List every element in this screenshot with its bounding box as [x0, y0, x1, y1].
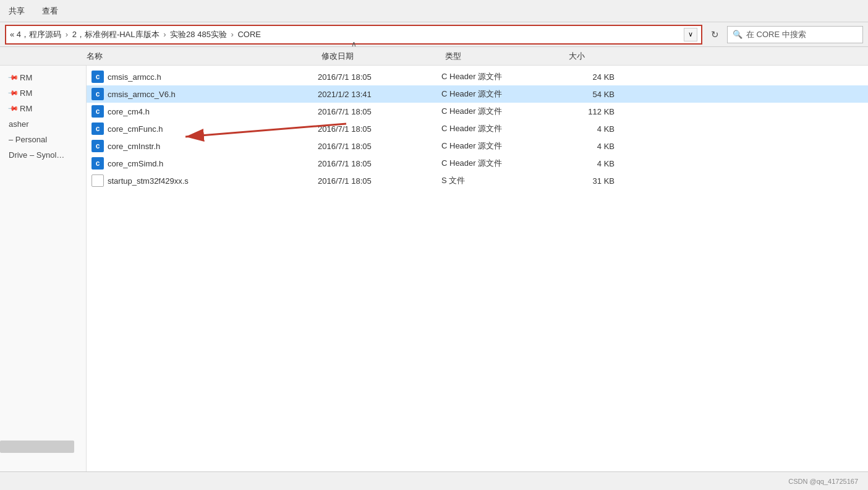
breadcrumb-sep2: › — [163, 30, 168, 39]
sidebar-item-label: Drive – Synol… — [9, 150, 64, 160]
file-size: 112 KB — [565, 107, 627, 116]
file-type: C Header 源文件 — [441, 88, 565, 100]
sidebar-item-label: RM — [20, 88, 32, 98]
file-icon: c — [91, 157, 104, 170]
sidebar-item-label: – Personal — [9, 135, 47, 144]
breadcrumb-part4: CORE — [237, 30, 261, 39]
file-type: C Header 源文件 — [441, 158, 565, 169]
file-date: 2021/1/2 13:41 — [318, 90, 441, 99]
address-row: « 4，程序源码 › 2，标准例程-HAL库版本 › 实验28 485实验 › … — [0, 22, 868, 47]
file-icon: c — [91, 88, 104, 100]
address-dropdown-button[interactable]: ∨ — [684, 28, 697, 41]
file-size: 24 KB — [565, 72, 627, 82]
file-icon: c — [91, 140, 104, 152]
table-row[interactable]: ccmsis_armcc.h2016/7/1 18:05C Header 源文件… — [87, 68, 868, 85]
table-row[interactable]: ccore_cmSimd.h2016/7/1 18:05C Header 源文件… — [87, 155, 868, 172]
sidebar: 📌 RM 📌 RM 📌 RM asher – Personal Drive – … — [0, 66, 87, 471]
col-header-date[interactable]: 修改日期 — [321, 51, 445, 62]
file-date: 2016/7/1 18:05 — [318, 142, 441, 151]
table-row[interactable]: startup_stm32f429xx.s2016/7/1 18:05S 文件3… — [87, 172, 868, 189]
file-size: 54 KB — [565, 90, 627, 99]
table-row[interactable]: ccore_cmFunc.h2016/7/1 18:05C Header 源文件… — [87, 120, 868, 137]
sidebar-item-label: RM — [20, 73, 32, 82]
address-bar-text: « 4，程序源码 › 2，标准例程-HAL库版本 › 实验28 485实验 › … — [10, 29, 681, 40]
table-row[interactable]: ccore_cmInstr.h2016/7/1 18:05C Header 源文… — [87, 137, 868, 155]
file-type: C Header 源文件 — [441, 71, 565, 82]
table-row[interactable]: ccmsis_armcc_V6.h2021/1/2 13:41C Header … — [87, 85, 868, 103]
pin-icon: 📌 — [7, 87, 19, 99]
breadcrumb-sep3: › — [231, 30, 236, 39]
sidebar-item-rm1[interactable]: 📌 RM — [0, 71, 86, 85]
file-date: 2016/7/1 18:05 — [318, 72, 441, 82]
chevron-up-icon: ∧ — [351, 40, 357, 48]
file-date: 2016/7/1 18:05 — [318, 107, 441, 116]
sidebar-item-asher[interactable]: asher — [0, 117, 86, 131]
file-icon: c — [91, 71, 104, 83]
breadcrumb-part3: 实验28 485实验 — [170, 30, 227, 39]
breadcrumb-part2: 2，标准例程-HAL库版本 — [72, 30, 160, 39]
toolbar: 共享 查看 — [0, 0, 868, 22]
sidebar-item-label: RM — [20, 104, 32, 113]
file-size: 4 KB — [565, 124, 627, 134]
file-type: C Header 源文件 — [441, 106, 565, 117]
file-name: cmsis_armcc.h — [108, 72, 318, 82]
file-list: ccmsis_armcc.h2016/7/1 18:05C Header 源文件… — [87, 66, 868, 471]
search-icon: 🔍 — [733, 30, 742, 39]
address-bar[interactable]: « 4，程序源码 › 2，标准例程-HAL库版本 › 实验28 485实验 › … — [5, 25, 702, 45]
watermark-text: CSDN @qq_41725167 — [788, 478, 858, 485]
file-type: C Header 源文件 — [441, 140, 565, 152]
file-size: 4 KB — [565, 159, 627, 168]
sidebar-item-label: asher — [9, 119, 29, 129]
search-box[interactable]: 🔍 在 CORE 中搜索 — [727, 26, 863, 43]
file-date: 2016/7/1 18:05 — [318, 124, 441, 134]
file-name: core_cmInstr.h — [108, 142, 318, 151]
file-name: core_cmSimd.h — [108, 159, 318, 168]
sidebar-item-drive[interactable]: Drive – Synol… — [0, 148, 86, 162]
col-header-type[interactable]: 类型 — [445, 51, 569, 62]
file-icon: c — [91, 123, 104, 135]
col-header-size[interactable]: 大小 — [569, 51, 631, 62]
sidebar-item-rm2[interactable]: 📌 RM — [0, 86, 86, 100]
file-date: 2016/7/1 18:05 — [318, 176, 441, 186]
file-size: 4 KB — [565, 142, 627, 151]
sidebar-item-rm3[interactable]: 📌 RM — [0, 101, 86, 116]
share-button[interactable]: 共享 — [5, 4, 28, 18]
search-input[interactable]: 在 CORE 中搜索 — [746, 29, 806, 40]
refresh-icon: ↻ — [711, 29, 719, 40]
file-name: core_cm4.h — [108, 107, 318, 116]
file-type: S 文件 — [441, 175, 565, 186]
file-icon — [91, 174, 104, 187]
breadcrumb-sep1: › — [66, 30, 70, 39]
breadcrumb-part1: « 4，程序源码 — [10, 30, 61, 39]
col-header-name[interactable]: 名称 — [87, 51, 321, 62]
sidebar-item-personal[interactable]: – Personal — [0, 132, 86, 147]
file-date: 2016/7/1 18:05 — [318, 159, 441, 168]
scrollbar-thumb[interactable] — [0, 441, 74, 453]
table-row[interactable]: ccore_cm4.h2016/7/1 18:05C Header 源文件112… — [87, 103, 868, 120]
pin-icon: 📌 — [7, 72, 19, 84]
main-area: 📌 RM 📌 RM 📌 RM asher – Personal Drive – … — [0, 66, 868, 471]
file-name: cmsis_armcc_V6.h — [108, 90, 318, 99]
view-button[interactable]: 查看 — [38, 4, 62, 18]
column-headers: 名称 修改日期 类型 大小 — [0, 47, 868, 66]
file-name: startup_stm32f429xx.s — [108, 176, 318, 186]
file-size: 31 KB — [565, 176, 627, 186]
chevron-down-icon: ∨ — [688, 30, 693, 38]
file-type: C Header 源文件 — [441, 123, 565, 134]
file-icon: c — [91, 105, 104, 118]
status-bar: CSDN @qq_41725167 — [0, 471, 868, 490]
refresh-button[interactable]: ↻ — [706, 26, 723, 43]
pin-icon: 📌 — [7, 103, 19, 114]
file-name: core_cmFunc.h — [108, 124, 318, 134]
